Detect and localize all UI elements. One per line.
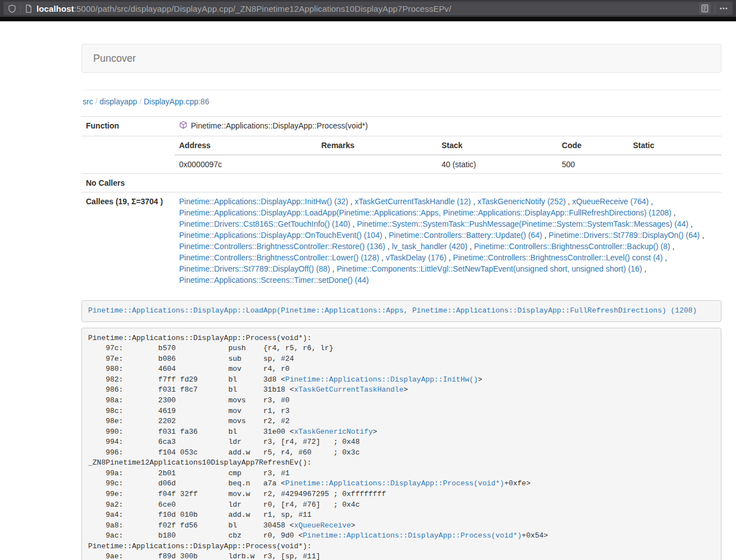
function-table: Function Pinetime::Applications::Display…	[81, 116, 721, 289]
reader-mode-icon[interactable]	[699, 3, 711, 14]
breadcrumb-separator: /	[93, 97, 100, 106]
assembly-symbol-link[interactable]: xTaskGenericNotify	[294, 428, 373, 436]
callee-link[interactable]: lv_task_handler (420)	[392, 242, 468, 251]
page-content: Puncover src / displayapp / DisplayApp.c…	[81, 21, 721, 560]
assembly-symbol-link[interactable]: Pinetime::Applications::DisplayApp::Init…	[285, 375, 478, 384]
stats-value-row: 0x0000097c40 (static)500	[175, 155, 721, 173]
symbol-cube-icon	[179, 121, 188, 132]
callees-label: Callees (19, Σ=3704 )	[81, 192, 175, 290]
assembly-symbol-link[interactable]: xQueueReceive	[294, 521, 351, 530]
callee-link[interactable]: xQueueReceive (764)	[572, 197, 648, 206]
callee-link[interactable]: Pinetime::Drivers::St7789::DisplayOff() …	[179, 264, 330, 273]
urlbar-divider-left	[20, 4, 21, 13]
callee-link[interactable]: Pinetime::Controllers::BrightnessControl…	[179, 242, 385, 251]
function-row-label: Function	[81, 117, 175, 136]
brand-link[interactable]: Puncover	[82, 53, 147, 65]
page-icon[interactable]	[25, 4, 33, 13]
assembly-listing: Pinetime::Applications::DisplayApp::Proc…	[81, 328, 721, 560]
function-row: Function Pinetime::Applications::Display…	[81, 117, 721, 136]
url-bar[interactable]: localhost:5000/path/src/displayapp/Displ…	[3, 2, 733, 15]
stats-value: 40 (static)	[437, 155, 557, 173]
callee-link[interactable]: Pinetime::Controllers::BrightnessControl…	[453, 253, 662, 262]
assembly-symbol-link[interactable]: xTaskGetCurrentTaskHandle	[294, 385, 404, 394]
stats-value: 0x0000097c	[175, 155, 317, 173]
callee-link[interactable]: xTaskGenericNotify (252)	[477, 197, 565, 206]
callee-link[interactable]: Pinetime::Controllers::Battery::Update()…	[389, 231, 542, 240]
callee-link[interactable]: vTaskDelay (176)	[386, 253, 446, 262]
callee-link[interactable]: Pinetime::System::SystemTask::PushMessag…	[357, 219, 689, 228]
breadcrumb-link[interactable]: src	[83, 97, 93, 106]
assembly-symbol-link[interactable]: Pinetime::Applications::DisplayApp::Proc…	[303, 531, 522, 540]
url-text[interactable]: localhost:5000/path/src/displayapp/Displ…	[36, 4, 695, 13]
highlighted-symbol-box: Pinetime::Applications::DisplayApp::Load…	[81, 300, 721, 322]
navbar: Puncover	[81, 44, 721, 73]
stats-header: Stack	[437, 136, 557, 155]
function-name: Pinetime::Applications::DisplayApp::Proc…	[191, 121, 368, 130]
breadcrumb-link[interactable]: displayapp	[99, 97, 137, 106]
callee-link[interactable]: Pinetime::Applications::DisplayApp::Init…	[179, 197, 348, 206]
stats-header: Static	[628, 136, 721, 155]
callee-link[interactable]: Pinetime::Controllers::BrightnessControl…	[179, 253, 379, 262]
stats-header: Code	[557, 136, 629, 155]
callees-row: Callees (19, Σ=3704 ) Pinetime::Applicat…	[81, 192, 721, 290]
callees-list: Pinetime::Applications::DisplayApp::Init…	[175, 192, 721, 290]
stats-header: Address	[175, 136, 317, 155]
breadcrumb: src / displayapp / DisplayApp.cpp:86	[83, 96, 720, 107]
callee-link[interactable]: Pinetime::Components::LittleVgl::SetNewT…	[337, 264, 642, 273]
callee-link[interactable]: Pinetime::Applications::Screens::Timer::…	[179, 276, 369, 284]
stats-header: Remarks	[317, 136, 437, 155]
urlbar-divider-right	[715, 4, 715, 13]
callee-link[interactable]: Pinetime::Controllers::BrightnessControl…	[474, 242, 670, 251]
no-callers-label: No Callers	[81, 174, 175, 192]
toolbar-bottom-strip	[0, 17, 736, 21]
stats-value	[317, 155, 437, 173]
callee-link[interactable]: Pinetime::Drivers::Cst816S::GetTouchInfo…	[179, 219, 350, 228]
stats-table: AddressRemarksStackCodeStatic 0x0000097c…	[175, 136, 721, 173]
url-host: localhost	[36, 4, 74, 13]
page-actions-menu-icon[interactable]	[719, 4, 728, 12]
callee-link[interactable]: Pinetime::Applications::DisplayApp::Load…	[179, 208, 671, 217]
callee-link[interactable]: xTaskGetCurrentTaskHandle (12)	[355, 197, 471, 206]
breadcrumb-separator: /	[137, 97, 144, 106]
callee-link[interactable]: Pinetime::Applications::DisplayApp::OnTo…	[179, 231, 382, 240]
stats-header-row: AddressRemarksStackCodeStatic	[175, 136, 721, 155]
highlighted-symbol-link[interactable]: Pinetime::Applications::DisplayApp::Load…	[88, 306, 697, 315]
browser-toolbar: localhost:5000/path/src/displayapp/Displ…	[0, 0, 736, 17]
breadcrumb-link[interactable]: DisplayApp.cpp	[144, 97, 198, 106]
shield-icon[interactable]	[8, 4, 16, 13]
callee-link[interactable]: Pinetime::Drivers::St7789::DisplayOn() (…	[548, 231, 700, 240]
assembly-symbol-link[interactable]: Pinetime::Applications::DisplayApp::Proc…	[285, 479, 504, 488]
url-path: :5000/path/src/displayapp/DisplayApp.cpp…	[74, 4, 451, 13]
breadcrumb-line-number: :86	[198, 97, 209, 106]
stats-value	[628, 155, 721, 173]
stats-row: AddressRemarksStackCodeStatic 0x0000097c…	[81, 136, 721, 174]
divider	[81, 90, 721, 90]
no-callers-row: No Callers	[81, 174, 721, 192]
stats-value: 500	[557, 155, 629, 173]
